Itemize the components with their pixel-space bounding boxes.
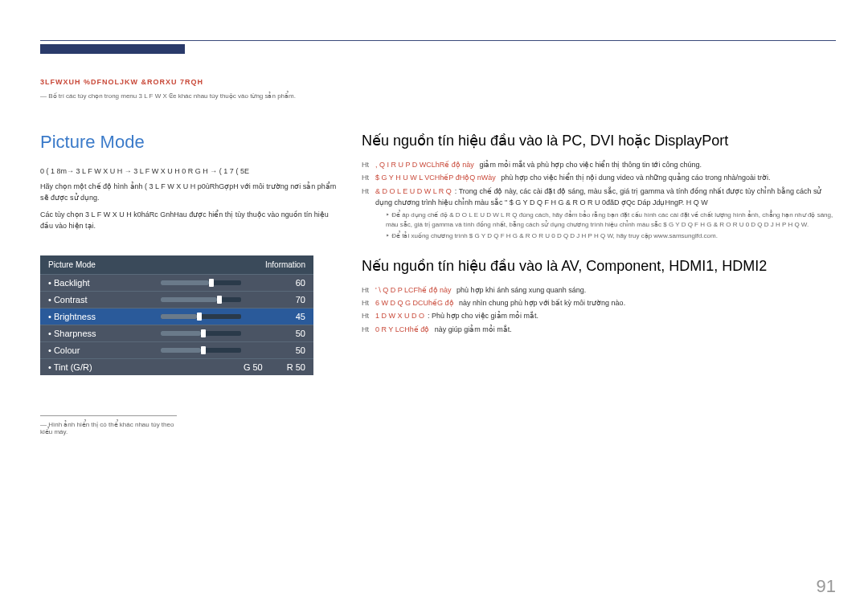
menu-row[interactable]: Tint (G/R)G 50R 50 (40, 358, 313, 375)
tint-g: G 50 (244, 362, 263, 372)
menu-header-right: Information (265, 260, 305, 269)
bullet-prefix: Ht (362, 172, 369, 183)
bullet-line: Ht6 W D Q G DCUhếG độ này nhìn chung phù… (362, 297, 836, 309)
bullet-text: 6 W D Q G DCUhếG độ này nhìn chung phù h… (375, 297, 625, 309)
slider[interactable] (161, 297, 241, 302)
bullet-label: 6 W D Q G DCUhếG độ (375, 299, 454, 307)
bullet-prefix: Ht (362, 284, 369, 296)
menu-header-left: Picture Mode (48, 260, 96, 269)
menu-row[interactable]: Contrast70 (40, 291, 313, 308)
menu-path: 0 ( 1 8m→ 3 L F W X U H → 3 L F W X U H … (40, 167, 338, 175)
menu-label: Tint (G/R) (48, 362, 92, 372)
bullet-prefix: Ht (362, 159, 369, 170)
footer-note: ― Hình ảnh hiển thị có thể khác nhau tùy… (40, 415, 177, 435)
bullet-text: & D O L E U D W L R Q: Trong chế độ này,… (375, 186, 836, 209)
menu-panel: Picture Mode Information Backlight60Cont… (40, 255, 313, 375)
menu-row[interactable]: Backlight60 (40, 274, 313, 291)
slider[interactable] (161, 331, 241, 336)
menu-value: 70 (296, 295, 305, 304)
bullet-line: Ht' \ Q D P LCFhế độ này phù hợp khi ánh… (362, 284, 836, 296)
bullet-prefix: Ht (362, 310, 369, 321)
header-bar (40, 44, 185, 54)
page-number: 91 (817, 576, 836, 597)
bullet-label: $ G Y H U W L VCHhếP đHộQ nWày (375, 174, 496, 182)
bullet-line: Ht0 R Y LCHhế độ này giúp giảm mỏi mắt. (362, 324, 836, 335)
menu-value: 45 (296, 312, 305, 321)
description-1: Hãy chọn một chế độ hình ảnh ( 3 L F W X… (40, 182, 338, 203)
bullet-line: Ht, Q I R U P D WCLhRế độ này giảm mỏi m… (362, 159, 836, 170)
menu-label: Contrast (48, 295, 88, 304)
bullet-label: , Q I R U P D WCLhRế độ này (375, 161, 474, 169)
slider[interactable] (161, 314, 241, 319)
section2-title: Nếu nguồn tín hiệu đầu vào là AV, Compon… (362, 257, 836, 275)
slider[interactable] (161, 280, 241, 285)
menu-value: 50 (296, 345, 305, 355)
bullet-text: ' \ Q D P LCFhế độ này phù hợp khi ánh s… (375, 284, 586, 296)
header-note: ― Bố trí các tùy chọn trong menu 3 L F W… (40, 92, 836, 100)
bullet-prefix: Ht (362, 324, 369, 335)
bullet-line: Ht& D O L E U D W L R Q: Trong chế độ nà… (362, 186, 836, 209)
bullet-text: 0 R Y LCHhế độ này giúp giảm mỏi mắt. (375, 324, 512, 335)
menu-row[interactable]: Colour50 (40, 341, 313, 358)
menu-value: 60 (296, 278, 305, 288)
slider[interactable] (161, 348, 241, 353)
bullet-text: $ G Y H U W L VCHhếP đHộQ nWày phù hợp c… (375, 172, 770, 183)
menu-label: Brightness (48, 312, 96, 321)
menu-value: 50 (296, 329, 305, 338)
bullet-text: , Q I R U P D WCLhRế độ này giảm mỏi mắt… (375, 159, 702, 170)
menu-label: Sharpness (48, 329, 96, 338)
page-title: Picture Mode (40, 132, 338, 153)
tint-r: R 50 (287, 362, 305, 372)
sub-bullet: Để tải xuống chương trình $ G Y D Q F H … (386, 231, 836, 241)
bullet-prefix: Ht (362, 297, 369, 309)
breadcrumb: 3LFWXUH %DFNOLJKW &RORXU 7RQH (40, 78, 836, 86)
bullet-label: 0 R Y LCHhế độ (375, 325, 429, 333)
bullet-prefix: Ht (362, 186, 369, 209)
menu-row[interactable]: Sharpness50 (40, 325, 313, 341)
bullet-label: & D O L E U D W L R Q (375, 187, 452, 195)
sub-bullet: Để áp dụng chế độ & D O L E U D W L R Q … (386, 210, 836, 230)
menu-label: Backlight (48, 278, 90, 288)
menu-row[interactable]: Brightness45 (40, 308, 313, 325)
section1-title: Nếu nguồn tín hiệu đầu vào là PC, DVI ho… (362, 132, 836, 149)
bullet-label: 1 D W X U D O (375, 312, 424, 320)
menu-label: Colour (48, 345, 80, 355)
bullet-line: Ht1 D W X U D O: Phù hợp cho việc giảm m… (362, 310, 836, 321)
bullet-text: 1 D W X U D O: Phù hợp cho việc giảm mỏi… (375, 310, 538, 321)
bullet-line: Ht$ G Y H U W L VCHhếP đHộQ nWày phù hợp… (362, 172, 836, 183)
bullet-label: ' \ Q D P LCFhế độ này (375, 286, 452, 294)
description-2: Các tùy chọn 3 L F W X U H k0háRc GnhHau… (40, 210, 338, 231)
